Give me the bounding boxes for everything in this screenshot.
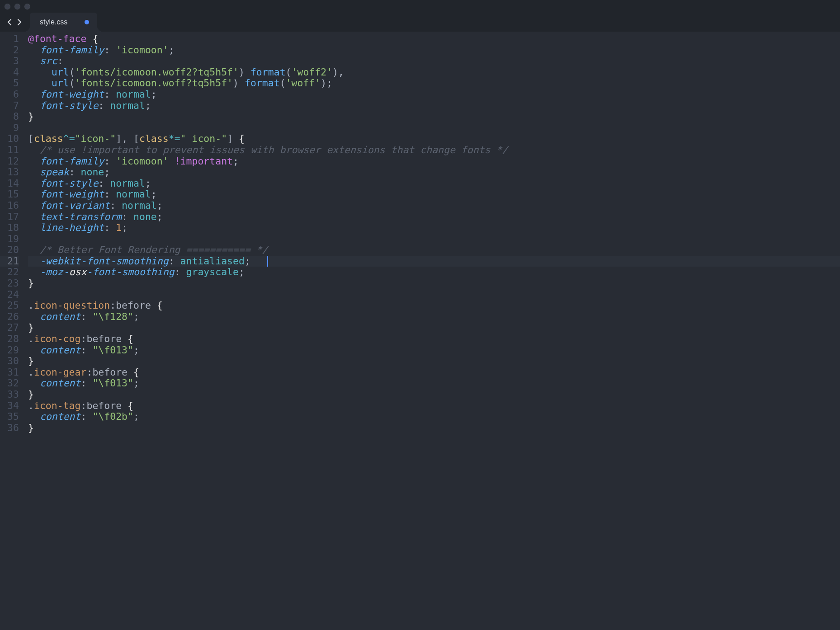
line-number: 36 [0, 423, 19, 434]
code-line[interactable]: /* use !important to prevent issues with… [28, 145, 840, 156]
code-line[interactable]: url('fonts/icomoon.woff2?tq5h5f') format… [28, 67, 840, 78]
line-number: 13 [0, 167, 19, 178]
line-number: 33 [0, 389, 19, 400]
code-line[interactable]: .icon-tag:before { [28, 400, 840, 412]
code-line[interactable] [28, 122, 840, 134]
toolbar: style.css [0, 13, 840, 32]
line-number: 22 [0, 267, 19, 278]
code-line[interactable]: } [28, 389, 840, 400]
line-number: 6 [0, 89, 19, 100]
code-line[interactable] [28, 289, 840, 301]
line-number: 30 [0, 356, 19, 367]
line-number: 31 [0, 367, 19, 378]
code-line[interactable]: content: "\f128"; [28, 311, 840, 323]
code-line[interactable]: -moz-osx-font-smoothing: grayscale; [28, 267, 840, 278]
line-number: 14 [0, 178, 19, 189]
editor[interactable]: 1234567891011121314151617181920212223242… [0, 32, 840, 630]
window-titlebar [0, 0, 840, 13]
line-number: 3 [0, 56, 19, 67]
line-number: 26 [0, 311, 19, 323]
code-line[interactable] [28, 234, 840, 245]
tab-style-css[interactable]: style.css [30, 13, 97, 32]
line-number: 11 [0, 145, 19, 156]
line-number: 35 [0, 411, 19, 423]
line-number: 28 [0, 334, 19, 345]
code-line[interactable]: -webkit-font-smoothing: antialiased; [28, 256, 840, 267]
code-line[interactable]: .icon-gear:before { [28, 367, 840, 378]
tab-modified-indicator-icon [85, 20, 89, 24]
code-line[interactable]: font-style: normal; [28, 100, 840, 112]
line-number: 1 [0, 33, 19, 45]
line-number: 19 [0, 234, 19, 245]
code-area[interactable]: @font-face { font-family: 'icomoon'; src… [25, 32, 840, 630]
code-line[interactable]: font-family: 'icomoon'; [28, 45, 840, 56]
line-number: 34 [0, 400, 19, 412]
code-line[interactable]: font-weight: normal; [28, 89, 840, 100]
code-line[interactable]: .icon-question:before { [28, 300, 840, 311]
text-cursor [267, 256, 268, 267]
code-line[interactable]: src: [28, 56, 840, 67]
code-line[interactable]: line-height: 1; [28, 222, 840, 234]
window-zoom-icon[interactable] [24, 4, 30, 9]
code-line[interactable]: } [28, 111, 840, 122]
code-line[interactable]: @font-face { [28, 33, 840, 45]
window-close-icon[interactable] [5, 4, 10, 9]
line-number: 5 [0, 78, 19, 89]
nav-back-icon[interactable] [6, 19, 14, 26]
line-number: 32 [0, 378, 19, 389]
tab-filename: style.css [40, 17, 67, 28]
code-line[interactable]: font-weight: normal; [28, 189, 840, 200]
line-number: 7 [0, 100, 19, 112]
line-number: 2 [0, 45, 19, 56]
line-number: 24 [0, 289, 19, 301]
code-line[interactable]: text-transform: none; [28, 212, 840, 223]
line-number: 8 [0, 111, 19, 122]
code-line[interactable]: /* Better Font Rendering =========== */ [28, 244, 840, 256]
code-line[interactable]: } [28, 356, 840, 367]
line-number: 18 [0, 222, 19, 234]
line-number: 16 [0, 200, 19, 212]
code-line[interactable]: content: "\f013"; [28, 345, 840, 356]
line-number: 12 [0, 156, 19, 167]
line-number: 23 [0, 278, 19, 289]
code-line[interactable]: content: "\f013"; [28, 378, 840, 389]
line-number: 21 [0, 256, 19, 267]
code-line[interactable]: font-family: 'icomoon' !important; [28, 156, 840, 167]
code-line[interactable]: } [28, 278, 840, 289]
code-line[interactable]: [class^="icon-"], [class*=" icon-"] { [28, 133, 840, 145]
line-number: 10 [0, 133, 19, 145]
line-number: 9 [0, 122, 19, 134]
line-number: 25 [0, 300, 19, 311]
line-number: 27 [0, 322, 19, 334]
window-minimize-icon[interactable] [14, 4, 20, 9]
code-line[interactable]: content: "\f02b"; [28, 411, 840, 423]
line-number: 17 [0, 212, 19, 223]
line-number: 15 [0, 189, 19, 200]
code-line[interactable]: url('fonts/icomoon.woff?tq5h5f') format(… [28, 78, 840, 89]
code-line[interactable]: font-style: normal; [28, 178, 840, 189]
code-line[interactable]: } [28, 423, 840, 434]
line-number: 4 [0, 67, 19, 78]
line-number: 20 [0, 244, 19, 256]
nav-forward-icon[interactable] [15, 19, 23, 26]
code-line[interactable]: speak: none; [28, 167, 840, 178]
code-line[interactable]: } [28, 322, 840, 334]
code-line[interactable]: .icon-cog:before { [28, 334, 840, 345]
line-number-gutter: 1234567891011121314151617181920212223242… [0, 32, 25, 630]
code-line[interactable]: font-variant: normal; [28, 200, 840, 212]
line-number: 29 [0, 345, 19, 356]
